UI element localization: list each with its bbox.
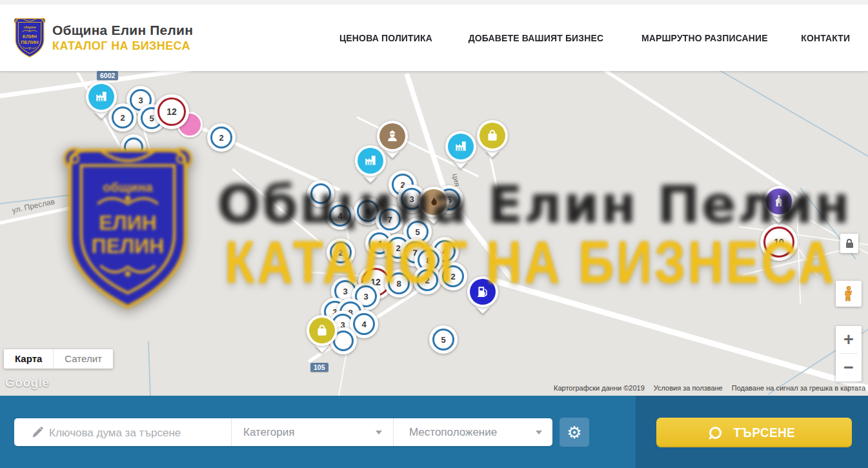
map-cluster-marker[interactable]: 2: [207, 123, 236, 152]
map-pin-fuel[interactable]: [467, 276, 498, 307]
page: община ЕЛИН ПЕЛИН Община Елин Пелин КАТА…: [0, 0, 868, 468]
main-nav: ЦЕНОВА ПОЛИТИКА ДОБАВЕТЕ ВАШИЯТ БИЗНЕС М…: [334, 5, 853, 71]
municipality-crest-icon: община ЕЛИН ПЕЛИН: [13, 15, 46, 59]
map-pin-bag[interactable]: [477, 120, 508, 151]
svg-text:ПЕЛИН: ПЕЛИН: [21, 39, 39, 45]
lock-icon: [846, 243, 853, 248]
site-logo[interactable]: община ЕЛИН ПЕЛИН Община Елин Пелин КАТА…: [13, 15, 193, 59]
advanced-settings-button[interactable]: ⚙: [560, 418, 589, 447]
nav-add-your-business[interactable]: ДОБАВЕТЕ ВАШИЯТ БИЗНЕС: [469, 32, 604, 44]
nav-route-schedule[interactable]: МАРШРУТНО РАЗПИСАНИЕ: [641, 32, 768, 44]
gear-icon: ⚙: [567, 424, 581, 441]
map-type-satellite-button[interactable]: Сателит: [53, 349, 113, 369]
location-select-value: Местоположение: [409, 426, 497, 439]
category-caret-icon: [376, 431, 382, 434]
fullscreen-lock-button[interactable]: [840, 234, 858, 253]
map-cluster-marker[interactable]: 4: [326, 201, 354, 230]
map-cluster-marker[interactable]: 2: [327, 238, 355, 267]
category-select-value: Категория: [243, 426, 294, 439]
svg-text:община: община: [24, 25, 36, 29]
map-cluster-marker[interactable]: 10: [760, 223, 798, 261]
pencil-icon: [31, 425, 45, 439]
pegman-icon: [842, 285, 856, 302]
map-attribution: Картографски данни ©2019 Условия за полз…: [554, 384, 865, 392]
map-cluster-marker[interactable]: [121, 134, 146, 160]
field-divider: [393, 418, 394, 446]
location-caret-icon: [536, 431, 542, 434]
map-type-control: Карта Сателит: [4, 349, 113, 369]
search-icon: [707, 424, 724, 442]
map-pin-bag[interactable]: [307, 315, 338, 346]
attribution-copyright: Картографски данни ©2019: [554, 384, 645, 392]
map-markers: 325122235647542274812822333834510: [0, 71, 868, 396]
keyword-search-input[interactable]: [48, 418, 228, 447]
map-cluster-marker[interactable]: 8: [385, 269, 413, 298]
map-canvas[interactable]: ул. Преславбул. „Новоселция6002105 32512…: [0, 71, 868, 396]
header: община ЕЛИН ПЕЛИН Община Елин Пелин КАТА…: [0, 0, 868, 71]
field-divider: [231, 418, 232, 446]
nav-pricing-policy[interactable]: ЦЕНОВА ПОЛИТИКА: [339, 32, 432, 44]
nav-contacts[interactable]: КОНТАКТИ: [801, 32, 850, 44]
search-bar: Категория Местоположение ⚙ ТЪРСЕНЕ: [0, 396, 868, 468]
search-field-group: Категория Местоположение: [14, 418, 552, 446]
map-pin-factory[interactable]: [445, 131, 476, 162]
search-button-label: ТЪРСЕНЕ: [734, 425, 796, 440]
map-pin-factory[interactable]: [86, 81, 117, 112]
map-pin-factory[interactable]: [355, 145, 386, 176]
brand-text: Община Елин Пелин КАТАЛОГ НА БИЗНЕСА: [52, 23, 193, 53]
zoom-out-button[interactable]: −: [836, 354, 862, 381]
zoom-in-button[interactable]: +: [836, 326, 862, 353]
street-view-pegman-button[interactable]: [836, 281, 862, 307]
svg-text:ЕЛИН: ЕЛИН: [23, 34, 37, 39]
attribution-terms-link[interactable]: Условия за ползване: [654, 384, 723, 392]
attribution-report-error-link[interactable]: Подаване на сигнал за грешка в картата: [732, 384, 865, 392]
map-cluster-marker[interactable]: [307, 180, 334, 207]
search-button[interactable]: ТЪРСЕНЕ: [656, 418, 852, 447]
site-subtitle: КАТАЛОГ НА БИЗНЕСА: [52, 39, 193, 53]
map-cluster-marker[interactable]: 5: [429, 325, 458, 354]
map-type-map-button[interactable]: Карта: [4, 349, 53, 369]
map-pin-flame[interactable]: [418, 187, 449, 218]
site-title: Община Елин Пелин: [52, 23, 193, 38]
map-cluster-marker[interactable]: 2: [413, 266, 441, 294]
google-logo[interactable]: Google: [5, 376, 49, 390]
category-select[interactable]: Категория: [243, 418, 372, 446]
zoom-control: + −: [836, 326, 862, 382]
map-cluster-marker[interactable]: 12: [154, 94, 189, 129]
map-cluster-marker[interactable]: 2: [439, 262, 467, 290]
location-select[interactable]: Местоположение: [409, 418, 532, 446]
map-pin-church[interactable]: [763, 186, 794, 217]
